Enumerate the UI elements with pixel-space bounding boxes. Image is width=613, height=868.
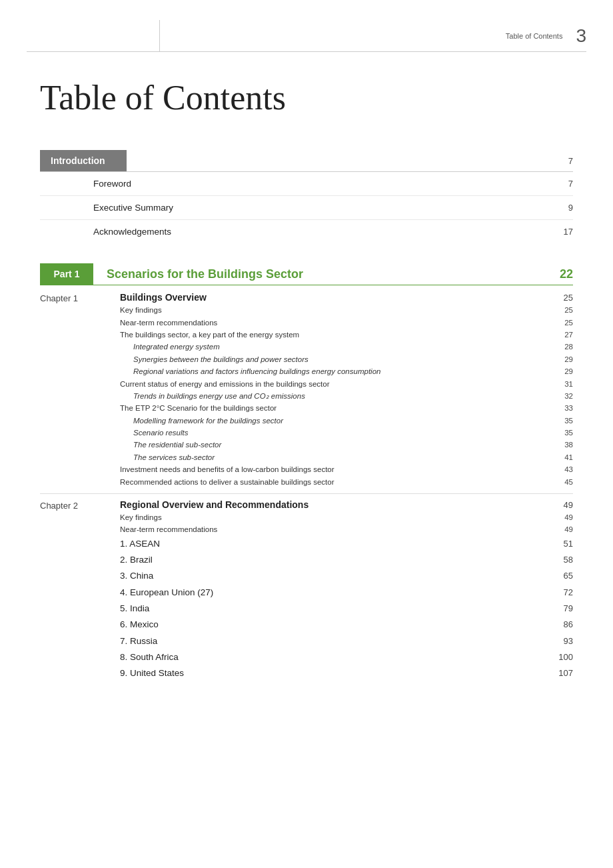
regional-south-africa: 8. South Africa 100	[120, 649, 573, 665]
regional-brazil: 2. Brazil 58	[120, 552, 573, 568]
regional-eu: 4. European Union (27) 72	[120, 585, 573, 601]
header-center-col	[160, 20, 506, 51]
ch1-sub-1: Near-term recommendations 25	[120, 317, 573, 329]
ch1-sub-9: Modelling framework for the buildings se…	[120, 415, 573, 427]
acknowledgements-label: Acknowledgements	[93, 227, 550, 237]
ch2-sub-1: Near-term recommendations 49	[120, 523, 573, 535]
ch1-sub-2: The buildings sector, a key part of the …	[120, 329, 573, 341]
header-left-col	[27, 20, 160, 51]
chapter1-page: 25	[546, 293, 573, 303]
ch1-sub-8: The ETP 2°C Scenario for the buildings s…	[120, 402, 573, 414]
part1-page: 22	[560, 267, 573, 281]
ch1-sub-3: Integrated energy system 28	[120, 341, 573, 353]
ch1-sub-4: Synergies between the buildings and powe…	[120, 353, 573, 365]
ch1-sub-5: Regional variations and factors influenc…	[120, 365, 573, 377]
regional-russia: 7. Russia 93	[120, 633, 573, 649]
introduction-page: 7	[568, 156, 573, 166]
regional-china: 3. China 65	[120, 568, 573, 584]
ch1-sub-6: Current status of energy and emissions i…	[120, 378, 573, 390]
executive-summary-page: 9	[553, 203, 573, 213]
ch1-sub-13: Investment needs and benefits of a low-c…	[120, 463, 573, 475]
introduction-label: Introduction	[40, 150, 127, 171]
foreword-label: Foreword	[93, 179, 553, 189]
chapter2-title-row: Regional Overview and Recommendations 49	[120, 499, 573, 510]
ch2-sub-0: Key findings 49	[120, 511, 573, 523]
acknowledgements-page: 17	[550, 227, 573, 237]
part1-header-bar: Part 1 Scenarios for the Buildings Secto…	[40, 263, 573, 285]
regional-mexico: 6. Mexico 86	[120, 617, 573, 633]
chapter2-content: Regional Overview and Recommendations 49…	[120, 499, 573, 681]
page-title: Table of Contents	[40, 79, 573, 117]
header-section-label: Table of Contents	[506, 32, 563, 40]
introduction-section: Introduction 7 Foreword 7 Executive Summ…	[40, 150, 573, 243]
intro-line-area: 7	[127, 156, 573, 166]
chapter-divider	[40, 493, 573, 494]
chapter2-block: Chapter 2 Regional Overview and Recommen…	[40, 499, 573, 681]
part1-section: Part 1 Scenarios for the Buildings Secto…	[40, 263, 573, 681]
executive-summary-label: Executive Summary	[93, 203, 553, 213]
toc-item-acknowledgements: Acknowledgements 17	[40, 220, 573, 243]
toc-item-executive-summary: Executive Summary 9	[40, 196, 573, 220]
ch1-sub-7: Trends in buildings energy use and CO₂ e…	[120, 390, 573, 402]
ch1-sub-14: Recommended actions to deliver a sustain…	[120, 476, 573, 488]
header-page-number: 3	[576, 25, 586, 47]
part1-title: Scenarios for the Buildings Sector	[107, 267, 303, 281]
ch1-sub-0: Key findings 25	[120, 304, 573, 316]
ch1-sub-12: The services sub-sector 41	[120, 451, 573, 463]
chapter1-content: Buildings Overview 25 Key findings 25 Ne…	[120, 292, 573, 488]
regional-asean: 1. ASEAN 51	[120, 536, 573, 552]
introduction-header: Introduction 7	[40, 150, 573, 171]
regional-us: 9. United States 107	[120, 665, 573, 681]
chapter1-title-row: Buildings Overview 25	[120, 292, 573, 303]
chapter2-label: Chapter 2	[40, 499, 120, 681]
chapter2-page: 49	[546, 500, 573, 510]
chapter1-label: Chapter 1	[40, 292, 120, 488]
part1-divider	[40, 285, 573, 285]
regional-india: 5. India 79	[120, 601, 573, 617]
chapter1-block: Chapter 1 Buildings Overview 25 Key find…	[40, 292, 573, 488]
toc-item-foreword: Foreword 7	[40, 172, 573, 196]
part1-label: Part 1	[40, 263, 93, 285]
toc-content: Introduction 7 Foreword 7 Executive Summ…	[40, 150, 573, 681]
chapter1-title: Buildings Overview	[120, 292, 207, 303]
header-right-col: Table of Contents 3	[506, 20, 586, 51]
foreword-page: 7	[553, 179, 573, 189]
part1-title-area: Scenarios for the Buildings Sector 22	[93, 267, 573, 281]
ch1-sub-11: The residential sub-sector 38	[120, 439, 573, 451]
ch1-sub-10: Scenario results 35	[120, 427, 573, 439]
chapter2-title: Regional Overview and Recommendations	[120, 499, 308, 510]
page-header: Table of Contents 3	[27, 20, 586, 52]
